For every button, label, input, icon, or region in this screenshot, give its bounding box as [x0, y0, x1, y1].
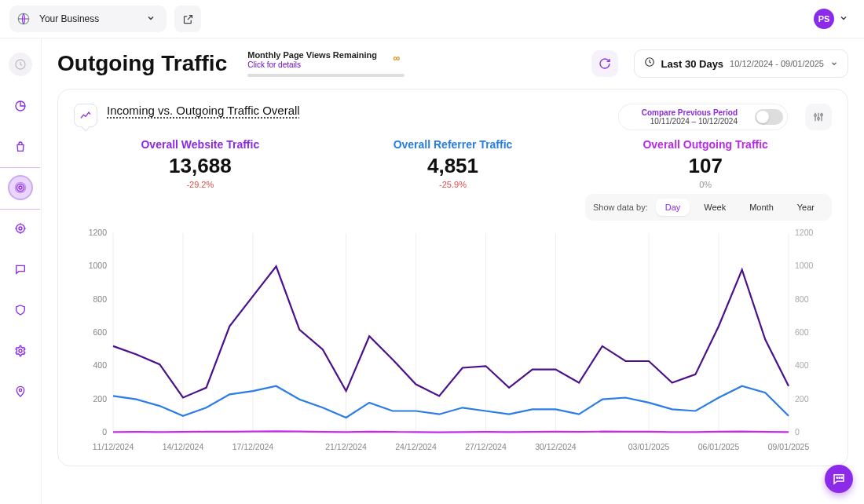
svg-text:17/12/2024: 17/12/2024 — [232, 442, 274, 451]
card-settings-button[interactable] — [805, 104, 832, 130]
page-title: Outgoing Traffic — [57, 51, 227, 76]
svg-text:0: 0 — [795, 427, 800, 436]
chart: 0020020040040060060080080010001000120012… — [74, 227, 832, 456]
svg-text:1000: 1000 — [89, 261, 108, 270]
user-menu[interactable]: PS — [807, 5, 855, 32]
svg-text:800: 800 — [795, 294, 809, 304]
svg-point-4 — [16, 184, 24, 191]
svg-text:14/12/2024: 14/12/2024 — [163, 442, 204, 451]
main-content: Outgoing Traffic Monthly Page Views Rema… — [42, 38, 864, 504]
pageviews-progress-bar — [247, 74, 405, 77]
svg-text:400: 400 — [795, 360, 809, 370]
granularity-row: Show data by: Day Week Month Year — [74, 194, 832, 221]
granularity-group: Show data by: Day Week Month Year — [585, 194, 832, 221]
pageviews-value: ∞ — [394, 53, 401, 64]
sidebar-item-settings[interactable] — [9, 340, 31, 362]
sidebar-item-recent[interactable] — [9, 53, 32, 76]
range-label: Last 30 Days — [661, 58, 724, 70]
clock-icon — [644, 57, 655, 71]
sidebar — [0, 38, 42, 504]
svg-point-48 — [837, 477, 838, 479]
stat-delta: -25.9% — [327, 180, 580, 189]
avatar: PS — [814, 9, 834, 29]
stat-delta: -29.2% — [74, 180, 327, 189]
range-dates: 10/12/2024 - 09/01/2025 — [730, 59, 824, 68]
granularity-year[interactable]: Year — [788, 199, 824, 216]
svg-text:200: 200 — [795, 394, 809, 404]
traffic-card: Incoming vs. Outgoing Traffic Overall Co… — [57, 89, 848, 466]
stat-label: Overall Referrer Traffic — [327, 138, 580, 151]
svg-text:09/01/2025: 09/01/2025 — [768, 442, 810, 451]
svg-text:21/12/2024: 21/12/2024 — [325, 442, 367, 451]
sidebar-item-chat[interactable] — [9, 258, 31, 280]
svg-text:200: 200 — [93, 394, 107, 404]
svg-point-50 — [841, 477, 843, 479]
stat-outgoing[interactable]: Overall Outgoing Traffic 107 0% — [579, 138, 832, 189]
granularity-label: Show data by: — [593, 203, 648, 212]
svg-text:27/12/2024: 27/12/2024 — [465, 442, 507, 451]
svg-point-11 — [815, 115, 817, 117]
chevron-down-icon — [830, 57, 838, 71]
svg-point-6 — [16, 225, 25, 233]
svg-point-9 — [19, 389, 21, 391]
topbar: Your Business PS — [0, 0, 864, 38]
sidebar-item-bag[interactable] — [9, 136, 31, 158]
svg-point-49 — [839, 477, 840, 479]
chevron-down-icon — [839, 12, 848, 26]
sidebar-item-location[interactable] — [9, 381, 31, 403]
svg-point-5 — [15, 182, 25, 192]
stat-website[interactable]: Overall Website Traffic 13,688 -29.2% — [74, 138, 327, 189]
pageviews-title: Monthly Page Views Remaining — [247, 50, 405, 60]
stat-label: Overall Website Traffic — [74, 138, 327, 151]
svg-text:11/12/2024: 11/12/2024 — [93, 442, 134, 451]
open-external-button[interactable] — [174, 5, 201, 32]
svg-text:800: 800 — [93, 294, 107, 304]
compare-title: Compare Previous Period — [642, 108, 738, 117]
granularity-week[interactable]: Week — [694, 199, 735, 216]
sidebar-item-shield[interactable] — [9, 299, 31, 321]
svg-point-3 — [19, 186, 22, 189]
compare-toggle[interactable] — [755, 109, 783, 125]
sidebar-item-chart[interactable] — [9, 95, 31, 117]
compare-dates: 10/11/2024 – 10/12/2024 — [642, 117, 738, 126]
svg-point-13 — [821, 114, 823, 116]
sidebar-item-target[interactable] — [9, 217, 31, 239]
stat-referrer[interactable]: Overall Referrer Traffic 4,851 -25.9% — [327, 138, 580, 189]
date-range-selector[interactable]: Last 30 Days 10/12/2024 - 09/01/2025 — [634, 49, 848, 78]
help-chat-button[interactable] — [825, 465, 853, 493]
stat-delta: 0% — [579, 180, 832, 189]
pageviews-click-text: Click for details — [247, 60, 405, 69]
svg-text:600: 600 — [93, 327, 107, 337]
svg-text:1200: 1200 — [795, 228, 814, 237]
stat-value: 107 — [579, 154, 832, 178]
stat-value: 13,688 — [74, 154, 327, 178]
card-title[interactable]: Incoming vs. Outgoing Traffic Overall — [107, 104, 300, 117]
card-header: Incoming vs. Outgoing Traffic Overall Co… — [74, 104, 832, 130]
svg-text:1000: 1000 — [795, 261, 814, 270]
refresh-button[interactable] — [591, 50, 618, 77]
granularity-month[interactable]: Month — [740, 199, 783, 216]
globe-icon — [16, 11, 31, 27]
stat-label: Overall Outgoing Traffic — [579, 138, 832, 151]
svg-point-12 — [818, 118, 820, 120]
svg-point-8 — [19, 349, 22, 352]
stats-row: Overall Website Traffic 13,688 -29.2% Ov… — [74, 138, 832, 189]
chart-line-icon — [74, 104, 97, 127]
svg-text:03/01/2025: 03/01/2025 — [628, 442, 670, 451]
svg-text:30/12/2024: 30/12/2024 — [535, 442, 577, 451]
svg-text:400: 400 — [93, 360, 107, 370]
chevron-down-icon — [146, 12, 156, 26]
stat-value: 4,851 — [327, 154, 580, 178]
business-label: Your Business — [39, 13, 99, 24]
business-selector[interactable]: Your Business — [9, 5, 167, 32]
svg-point-7 — [19, 227, 22, 230]
svg-text:0: 0 — [102, 427, 107, 436]
svg-text:1200: 1200 — [89, 228, 108, 237]
svg-text:24/12/2024: 24/12/2024 — [395, 442, 437, 451]
pageviews-widget[interactable]: Monthly Page Views Remaining Click for d… — [247, 50, 405, 77]
svg-text:06/01/2025: 06/01/2025 — [698, 442, 740, 451]
sidebar-item-traffic[interactable] — [9, 177, 31, 199]
granularity-day[interactable]: Day — [656, 199, 690, 216]
page-header: Outgoing Traffic Monthly Page Views Rema… — [57, 49, 848, 78]
compare-period-control: Compare Previous Period 10/11/2024 – 10/… — [618, 104, 788, 130]
